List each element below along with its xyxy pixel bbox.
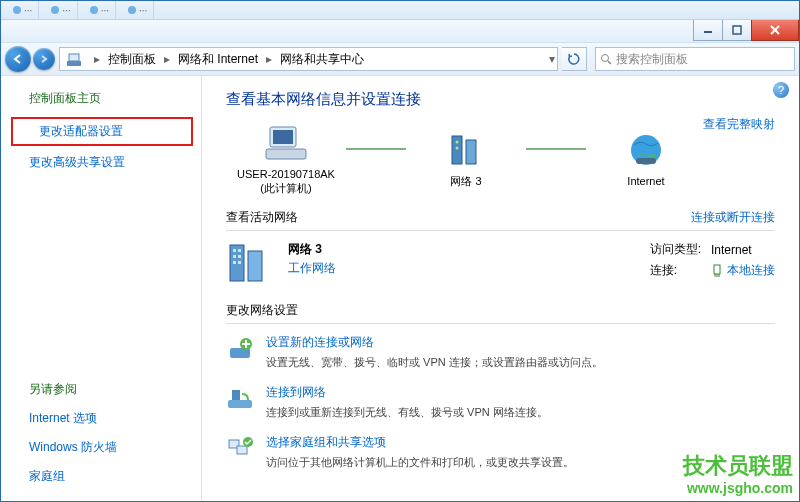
window-buttons xyxy=(694,20,799,40)
sidebar-link-adapter-settings[interactable]: 更改适配器设置 xyxy=(11,117,193,146)
svg-rect-11 xyxy=(452,136,462,164)
connect-network-icon xyxy=(226,384,254,420)
browser-tab-strip: ··· ··· ··· ··· xyxy=(1,1,799,20)
body: 控制面板主页 更改适配器设置 更改高级共享设置 另请参阅 Internet 选项… xyxy=(1,76,799,501)
svg-rect-22 xyxy=(238,255,241,258)
svg-rect-10 xyxy=(266,149,306,159)
active-network: 网络 3 工作网络 访问类型: Internet 连接: 本地连接 xyxy=(226,241,775,288)
map-connector xyxy=(346,148,406,150)
section-title: 更改网络设置 xyxy=(226,302,298,319)
network-map: USER-20190718AK (此计算机) 网络 3 xyxy=(226,123,775,195)
browser-tab[interactable]: ··· xyxy=(45,1,77,19)
svg-rect-5 xyxy=(69,54,79,61)
svg-rect-9 xyxy=(273,130,293,144)
setting-homegroup: 选择家庭组和共享选项 访问位于其他网络计算机上的文件和打印机，或更改共享设置。 xyxy=(226,434,775,470)
access-type-label: 访问类型: xyxy=(650,241,701,258)
svg-rect-33 xyxy=(228,400,252,408)
map-node-label: USER-20190718AK (此计算机) xyxy=(237,167,335,195)
map-connector xyxy=(526,148,586,150)
active-network-name: 网络 3 xyxy=(288,241,468,258)
svg-rect-4 xyxy=(67,61,81,66)
network-category-icon xyxy=(226,241,274,288)
settings-header: 更改网络设置 xyxy=(226,302,775,324)
maximize-button[interactable] xyxy=(722,20,752,41)
active-network-info: 网络 3 工作网络 xyxy=(288,241,468,277)
svg-rect-34 xyxy=(232,390,240,400)
nav-bar: ▸ 控制面板 ▸ 网络和 Internet ▸ 网络和共享中心 ▾ 搜索控制面板 xyxy=(1,42,799,76)
svg-rect-1 xyxy=(733,26,741,34)
map-node-internet: Internet xyxy=(586,130,706,188)
map-node-computer: USER-20190718AK (此计算机) xyxy=(226,123,346,195)
browser-tab[interactable]: ··· xyxy=(7,1,39,19)
title-bar xyxy=(1,20,799,42)
breadcrumb-item[interactable]: 控制面板 xyxy=(102,48,162,70)
settings-list: 设置新的连接或网络 设置无线、宽带、拨号、临时或 VPN 连接；或设置路由器或访… xyxy=(226,334,775,470)
svg-rect-17 xyxy=(230,245,244,281)
chevron-down-icon[interactable]: ▾ xyxy=(547,52,557,66)
svg-rect-18 xyxy=(248,251,262,281)
sidebar: 控制面板主页 更改适配器设置 更改高级共享设置 另请参阅 Internet 选项… xyxy=(1,76,202,501)
setting-connect-network: 连接到网络 连接到或重新连接到无线、有线、拨号或 VPN 网络连接。 xyxy=(226,384,775,420)
search-input[interactable]: 搜索控制面板 xyxy=(595,47,795,71)
nav-buttons xyxy=(5,46,55,72)
sidebar-see-also-internet-options[interactable]: Internet 选项 xyxy=(1,404,201,433)
svg-point-14 xyxy=(456,147,459,150)
sidebar-see-also-firewall[interactable]: Windows 防火墙 xyxy=(1,433,201,462)
map-node-network: 网络 3 xyxy=(406,130,526,188)
close-button[interactable] xyxy=(751,20,799,41)
page-heading: 查看基本网络信息并设置连接 xyxy=(226,90,775,109)
active-network-props: 访问类型: Internet 连接: 本地连接 xyxy=(650,241,775,279)
minimize-button[interactable] xyxy=(693,20,723,41)
setting-desc: 设置无线、宽带、拨号、临时或 VPN 连接；或设置路由器或访问点。 xyxy=(266,355,603,370)
svg-point-13 xyxy=(456,141,459,144)
svg-rect-12 xyxy=(466,140,476,164)
ethernet-icon xyxy=(711,264,723,278)
help-icon[interactable]: ? xyxy=(773,82,789,98)
forward-button[interactable] xyxy=(33,48,55,70)
section-title: 查看活动网络 xyxy=(226,209,298,226)
setting-desc: 连接到或重新连接到无线、有线、拨号或 VPN 网络连接。 xyxy=(266,405,548,420)
browser-tab[interactable]: ··· xyxy=(122,1,154,19)
access-type-value: Internet xyxy=(711,241,775,258)
chevron-right-icon: ▸ xyxy=(162,52,172,66)
setting-title-link[interactable]: 连接到网络 xyxy=(266,384,548,401)
browser-tab[interactable]: ··· xyxy=(84,1,116,19)
window: ··· ··· ··· ··· xyxy=(0,0,800,502)
address-bar[interactable]: ▸ 控制面板 ▸ 网络和 Internet ▸ 网络和共享中心 ▾ xyxy=(59,47,558,71)
new-connection-icon xyxy=(226,334,254,370)
chevron-right-icon: ▸ xyxy=(264,52,274,66)
search-placeholder: 搜索控制面板 xyxy=(616,51,688,68)
active-network-header: 查看活动网络 连接或断开连接 xyxy=(226,209,775,231)
sidebar-link-advanced-sharing[interactable]: 更改高级共享设置 xyxy=(1,148,201,177)
globe-icon xyxy=(626,130,666,170)
sidebar-home-link[interactable]: 控制面板主页 xyxy=(1,90,201,115)
svg-rect-20 xyxy=(238,249,241,252)
svg-rect-24 xyxy=(238,261,241,264)
connection-link[interactable]: 本地连接 xyxy=(711,262,775,279)
content: ? 查看基本网络信息并设置连接 查看完整映射 USER-20190718AK (… xyxy=(202,76,799,501)
breadcrumb-item[interactable]: 网络和 Internet xyxy=(172,48,264,70)
svg-rect-23 xyxy=(233,261,236,264)
chevron-right-icon: ▸ xyxy=(92,52,102,66)
network-icon xyxy=(446,130,486,170)
svg-point-6 xyxy=(602,55,609,62)
connect-disconnect-link[interactable]: 连接或断开连接 xyxy=(691,209,775,226)
svg-line-7 xyxy=(608,61,611,64)
breadcrumb-item[interactable]: 网络和共享中心 xyxy=(274,48,370,70)
svg-rect-19 xyxy=(233,249,236,252)
map-node-label: 网络 3 xyxy=(450,174,481,188)
back-button[interactable] xyxy=(5,46,31,72)
breadcrumb-root-icon[interactable] xyxy=(60,48,92,70)
setting-title-link[interactable]: 选择家庭组和共享选项 xyxy=(266,434,574,451)
homegroup-icon xyxy=(226,434,254,470)
sidebar-see-also-homegroup[interactable]: 家庭组 xyxy=(1,462,201,491)
svg-rect-36 xyxy=(237,446,247,454)
svg-rect-21 xyxy=(233,255,236,258)
refresh-button[interactable] xyxy=(562,47,587,71)
active-network-type-link[interactable]: 工作网络 xyxy=(288,260,468,277)
view-full-map-link[interactable]: 查看完整映射 xyxy=(703,116,775,133)
connection-label: 连接: xyxy=(650,262,701,279)
setting-title-link[interactable]: 设置新的连接或网络 xyxy=(266,334,603,351)
search-icon xyxy=(600,53,612,65)
setting-new-connection: 设置新的连接或网络 设置无线、宽带、拨号、临时或 VPN 连接；或设置路由器或访… xyxy=(226,334,775,370)
